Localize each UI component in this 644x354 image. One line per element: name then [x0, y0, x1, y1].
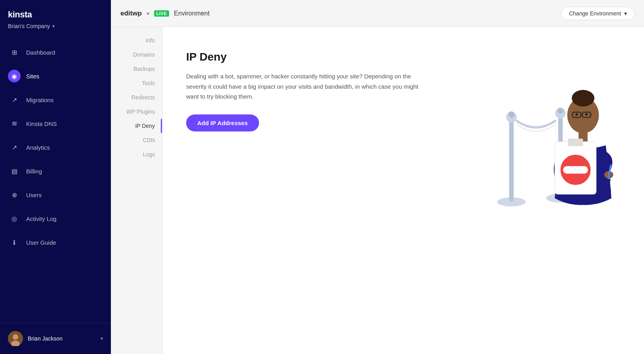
sidebar-item-activity-log[interactable]: ◎ Activity Log — [0, 207, 111, 230]
svg-point-21 — [572, 90, 594, 107]
sites-icon: ◉ — [11, 72, 17, 80]
subnav-item-tools[interactable]: Tools — [111, 76, 162, 90]
subnav-item-domains[interactable]: Domains — [111, 48, 162, 62]
env-badge: LIVE — [154, 10, 169, 17]
page-title: IP Deny — [186, 51, 424, 63]
subnav-item-backups[interactable]: Backups — [111, 62, 162, 76]
subnav-label: Tools — [142, 80, 155, 86]
sidebar-item-kinsta-dns[interactable]: ≋ Kinsta DNS — [0, 112, 111, 135]
svg-point-6 — [509, 111, 514, 117]
billing-icon: ▤ — [11, 167, 17, 175]
topbar-site-chevron-icon[interactable]: ▾ — [147, 10, 149, 17]
subnav-label: Domains — [133, 51, 155, 58]
activity-icon: ◎ — [11, 215, 17, 223]
topbar: editwp ▾ LIVE Environment Change Environ… — [111, 0, 644, 27]
analytics-icon-wrap: ↗ — [8, 141, 21, 154]
sidebar-logo: kinsta — [8, 10, 103, 20]
sidebar-item-user-guide[interactable]: ℹ User Guide — [0, 230, 111, 254]
change-env-chevron-icon: ▾ — [624, 10, 627, 17]
svg-rect-34 — [563, 166, 588, 173]
sidebar-item-billing[interactable]: ▤ Billing — [0, 159, 111, 183]
sites-icon-wrap: ◉ — [8, 70, 21, 82]
env-label: Environment — [174, 10, 210, 17]
sidebar-item-dashboard[interactable]: ⊞ Dashboard — [0, 40, 111, 64]
svg-point-29 — [585, 113, 588, 116]
sidebar-item-label: Billing — [26, 168, 42, 175]
no-sign-clipboard — [555, 139, 596, 194]
activity-icon-wrap: ◎ — [8, 212, 21, 225]
sidebar-item-label: Kinsta DNS — [26, 120, 57, 127]
logo-text: kinsta — [8, 10, 32, 20]
company-name: Brian's Company — [8, 23, 50, 29]
subnav-label: CDN — [143, 137, 155, 143]
ip-deny-illustration — [478, 59, 628, 217]
subnav-item-cdn[interactable]: CDN — [111, 133, 162, 147]
svg-rect-31 — [568, 139, 583, 146]
subnav-label: WP Plugins — [126, 108, 155, 115]
sidebar: kinsta Brian's Company ▾ ⊞ Dashboard ◉ S… — [0, 0, 111, 354]
subnav-label: Redirects — [131, 94, 155, 101]
sidebar-item-label: Dashboard — [26, 49, 55, 56]
dashboard-icon-wrap: ⊞ — [8, 46, 21, 59]
sidebar-header: kinsta Brian's Company ▾ — [0, 0, 111, 37]
migrations-icon-wrap: ↗ — [8, 93, 21, 106]
company-chevron-icon: ▾ — [52, 23, 55, 29]
sidebar-item-label: Migrations — [26, 97, 53, 103]
dns-icon: ≋ — [11, 119, 17, 128]
subnav-item-wp-plugins[interactable]: WP Plugins — [111, 105, 162, 119]
subnav-label: Logs — [143, 151, 155, 158]
subnav-label: Info — [146, 37, 155, 44]
users-icon: ⊕ — [12, 191, 17, 199]
subnav-item-redirects[interactable]: Redirects — [111, 90, 162, 105]
sidebar-nav: ⊞ Dashboard ◉ Sites ↗ Migrations ≋ Kinst… — [0, 37, 111, 323]
subnav-label: IP Deny — [135, 123, 155, 129]
subnav-item-ip-deny[interactable]: IP Deny — [111, 119, 162, 133]
dns-icon-wrap: ≋ — [8, 117, 21, 130]
sidebar-item-analytics[interactable]: ↗ Analytics — [0, 135, 111, 159]
sidebar-item-label: Sites — [26, 73, 39, 80]
main-area: editwp ▾ LIVE Environment Change Environ… — [111, 0, 644, 354]
analytics-icon: ↗ — [12, 144, 17, 151]
user-name: Brian Jackson — [28, 335, 96, 342]
content-layout: Info Domains Backups Tools Redirects WP … — [111, 27, 644, 354]
avatar — [8, 331, 23, 346]
guide-icon: ℹ — [13, 239, 15, 246]
subnav-label: Backups — [133, 66, 155, 72]
subnav-item-info[interactable]: Info — [111, 33, 162, 48]
main-content: IP Deny Dealing with a bot, spammer, or … — [162, 27, 644, 354]
svg-rect-4 — [509, 119, 514, 202]
sidebar-item-label: User Guide — [26, 239, 56, 246]
sidebar-item-label: Users — [26, 192, 42, 198]
migrations-icon: ↗ — [12, 96, 17, 104]
svg-point-10 — [557, 108, 563, 114]
add-ip-addresses-button[interactable]: Add IP Addresses — [186, 114, 259, 131]
billing-icon-wrap: ▤ — [8, 165, 21, 177]
change-env-label: Change Environment — [569, 10, 621, 17]
ip-deny-section: IP Deny Dealing with a bot, spammer, or … — [186, 51, 424, 131]
subnav-item-logs[interactable]: Logs — [111, 147, 162, 162]
svg-point-28 — [575, 113, 578, 116]
sidebar-item-sites[interactable]: ◉ Sites — [0, 64, 111, 88]
sidebar-footer[interactable]: Brian Jackson ▾ — [0, 323, 111, 354]
change-environment-button[interactable]: Change Environment ▾ — [561, 7, 634, 20]
footer-chevron-icon: ▾ — [101, 336, 103, 341]
guide-icon-wrap: ℹ — [8, 236, 21, 249]
sidebar-item-label: Activity Log — [26, 215, 57, 222]
company-selector[interactable]: Brian's Company ▾ — [8, 23, 103, 29]
sidebar-item-migrations[interactable]: ↗ Migrations — [0, 88, 111, 112]
site-name: editwp — [120, 10, 142, 17]
dashboard-icon: ⊞ — [12, 49, 17, 56]
sidebar-item-users[interactable]: ⊕ Users — [0, 183, 111, 207]
users-icon-wrap: ⊕ — [8, 188, 21, 201]
svg-point-1 — [13, 334, 18, 340]
sidebar-item-label: Analytics — [26, 144, 50, 151]
sub-sidebar: Info Domains Backups Tools Redirects WP … — [111, 27, 162, 354]
ip-deny-description: Dealing with a bot, spammer, or hacker c… — [186, 71, 424, 102]
